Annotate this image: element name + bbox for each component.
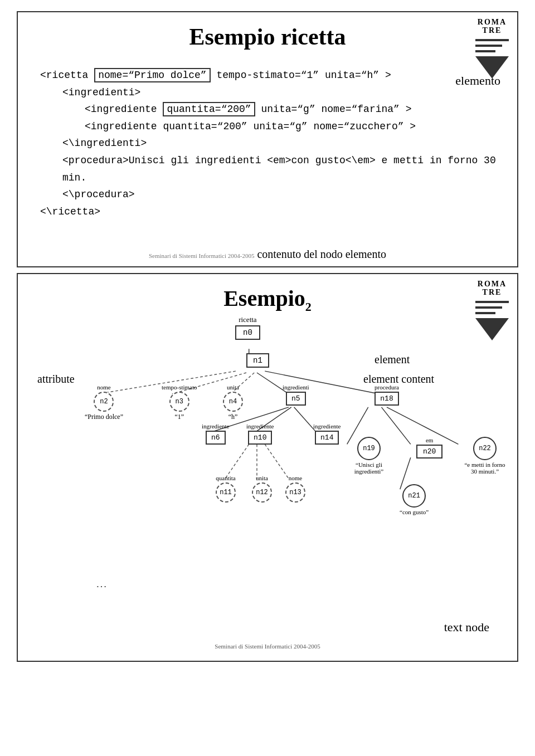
node-n13-label-above: nome [289, 475, 302, 481]
svg-line-5 [265, 371, 378, 394]
xml-code-block: <ricetta nome=“Primo dolce” tempo-stimat… [35, 67, 500, 220]
node-n3: tempo-stimato n3 “1” [162, 384, 197, 421]
node-n10-label-above: ingrediente [246, 423, 274, 430]
xml-line-5: <\ingredienti> [40, 135, 500, 152]
bottom-section: ROMA TRE Esempio2 [17, 273, 518, 662]
highlight-nome: nome=“Primo dolce” [94, 68, 210, 82]
xml-line-3: <ingrediente quantita=“200” unita=“g” no… [40, 101, 500, 118]
node-n6-label-above: ingrediente [202, 423, 229, 430]
node-n13: nome n13 [285, 475, 305, 503]
node-n10: ingrediente n10 [246, 423, 274, 445]
decorative-dots: ⋯ [96, 579, 107, 593]
node-n4-label-below: “h” [228, 413, 238, 421]
node-n18-label-above: procedura [374, 384, 399, 391]
node-n11-circle: n11 [216, 482, 236, 503]
node-n4-circle: n4 [223, 392, 243, 412]
node-n5-rect: n5 [286, 392, 306, 406]
node-n20-rect: n20 [416, 445, 442, 459]
node-n20-label-above: em [426, 437, 433, 443]
node-n21: n21 “con gusto” [400, 484, 429, 515]
node-n6: ingrediente n6 [202, 423, 229, 445]
node-n2-circle: n2 [94, 392, 114, 412]
xml-line-1: <ricetta nome=“Primo dolce” tempo-stimat… [40, 67, 500, 84]
node-n14-label-above: ingrediente [313, 423, 341, 430]
node-n2-label-above: nome [97, 384, 110, 391]
node-n5-label-above: ingredienti [283, 384, 309, 391]
node-n18: procedura n18 [374, 384, 399, 406]
svg-line-9 [225, 444, 249, 479]
node-n6-rect: n6 [206, 431, 226, 445]
node-n12: unita n12 [252, 475, 272, 503]
logo-text-top: ROMA TRE [475, 18, 509, 35]
logo-top: ROMA TRE [475, 18, 509, 79]
node-n22-label: “e metti in forno 30 minuti.” [464, 461, 506, 475]
node-n2-label-below: “Primo dolce” [85, 413, 123, 421]
attribute-label: attribute [37, 373, 75, 386]
logo-text-bottom: ROMA TRE [475, 280, 509, 297]
xml-line-4: <ingrediente quantita=“200” unita=“g” no… [40, 118, 500, 135]
element-label: element [374, 353, 410, 366]
text-node-label: text node [444, 620, 489, 635]
node-n0-label: ricetta [239, 315, 256, 324]
top-section: Esempio ricetta ROMA TRE <ricetta nome=“… [17, 11, 518, 267]
node-n20: em n20 [416, 437, 442, 459]
page-title: Esempio ricetta [35, 23, 500, 50]
node-n4: unita n4 “h” [223, 384, 243, 421]
node-n19-label: “Unisci gli ingredienti” [341, 461, 397, 475]
node-n19: n19 “Unisci gli ingredienti” [341, 437, 397, 475]
node-n11: quantita n11 [216, 475, 236, 503]
node-n5: ingredienti n5 [283, 384, 309, 406]
node-n14: ingrediente n14 [313, 423, 341, 445]
node-n11-label-above: quantita [216, 475, 235, 481]
node-n1: n1 [246, 353, 269, 368]
node-n3-label-below: “1” [174, 413, 184, 421]
node-n22: n22 “e metti in forno 30 minuti.” [464, 437, 506, 475]
contenuto-label: Seminari di Sistemi Informatici 2004-200… [149, 248, 386, 261]
seminari-watermark-inline: Seminari di Sistemi Informatici 2004-200… [149, 252, 254, 259]
node-n21-label: “con gusto” [400, 509, 429, 515]
node-n14-rect: n14 [315, 431, 339, 445]
diagram-area: attribute element element content n0 ric… [29, 325, 506, 637]
node-n0-rect: n0 [235, 325, 260, 340]
xml-line-2: <ingredienti> [40, 84, 500, 101]
logo-lines-bottom [475, 299, 509, 316]
xml-line-6: <procedura>Unisci gli ingredienti <em>co… [40, 152, 500, 186]
xml-line-8: <\ricetta> [40, 203, 500, 221]
node-n3-circle: n3 [169, 392, 189, 412]
node-n22-circle: n22 [473, 437, 497, 460]
bottom-title: Esempio2 [29, 285, 506, 314]
logo-graphic-top [475, 37, 509, 79]
seminari-bottom: Seminari di Sistemi Informatici 2004-200… [29, 643, 506, 650]
node-n19-circle: n19 [357, 437, 381, 460]
node-n12-label-above: unita [256, 475, 268, 481]
node-n12-circle: n12 [252, 482, 272, 503]
node-n2: nome n2 “Primo dolce” [85, 384, 123, 421]
node-n3-label-above: tempo-stimato [162, 384, 197, 391]
highlight-quantita: quantita=“200” [163, 102, 255, 116]
node-n21-circle: n21 [402, 484, 426, 508]
node-n0: n0 ricetta [235, 325, 260, 340]
node-n13-circle: n13 [285, 482, 305, 503]
elemento-label: elemento [455, 74, 500, 88]
xml-line-7: <\procedura> [40, 186, 500, 203]
node-n4-label-above: unita [227, 384, 239, 391]
node-n18-rect: n18 [374, 392, 398, 406]
logo-lines-top [475, 37, 509, 54]
node-n1-rect: n1 [246, 353, 269, 368]
svg-line-11 [265, 444, 289, 479]
svg-line-8 [294, 407, 315, 431]
node-n10-rect: n10 [248, 431, 272, 445]
